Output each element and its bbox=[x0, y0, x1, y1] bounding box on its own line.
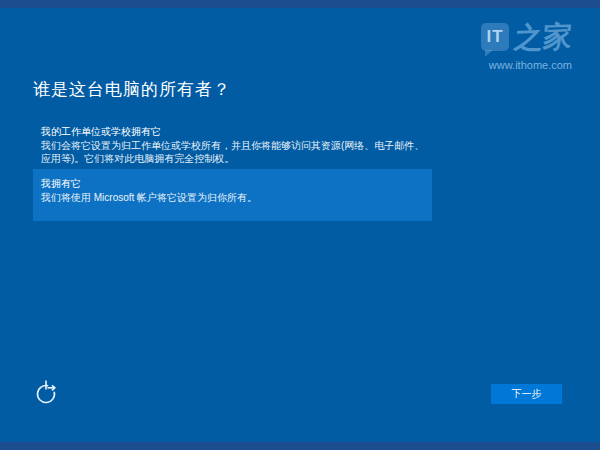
option-description: 我们会将它设置为归工作单位或学校所有，并且你将能够访问其资源(网络、电子邮件、应… bbox=[41, 139, 425, 165]
option-title: 我的工作单位或学校拥有它 bbox=[41, 124, 425, 139]
option-i-own-it[interactable]: 我拥有它 我们将使用 Microsoft 帐户将它设置为归你所有。 bbox=[33, 169, 432, 221]
top-edge-bar bbox=[0, 0, 600, 8]
ithome-logo-icon: IT bbox=[481, 23, 509, 51]
page-title: 谁是这台电脑的所有者？ bbox=[33, 78, 231, 101]
bottom-edge-bar bbox=[0, 442, 600, 450]
option-title: 我拥有它 bbox=[41, 176, 425, 191]
ithome-logo: IT 之家 bbox=[481, 23, 572, 51]
option-description: 我们将使用 Microsoft 帐户将它设置为归你所有。 bbox=[41, 191, 425, 204]
next-button[interactable]: 下一步 bbox=[491, 384, 562, 404]
ithome-logo-cn-text: 之家 bbox=[513, 22, 573, 52]
option-work-or-school-owns-it[interactable]: 我的工作单位或学校拥有它 我们会将它设置为归工作单位或学校所有，并且你将能够访问… bbox=[33, 117, 432, 167]
owner-options-list: 我的工作单位或学校拥有它 我们会将它设置为归工作单位或学校所有，并且你将能够访问… bbox=[33, 117, 432, 223]
ease-of-access-button[interactable] bbox=[33, 378, 61, 408]
ease-of-access-icon bbox=[35, 379, 59, 405]
ithome-url: www.ithome.com bbox=[481, 59, 572, 71]
ithome-watermark: IT 之家 www.ithome.com bbox=[481, 23, 572, 71]
ithome-logo-it-text: IT bbox=[486, 27, 503, 47]
windows-setup-screen: IT 之家 www.ithome.com 谁是这台电脑的所有者？ 我的工作单位或… bbox=[0, 0, 600, 450]
